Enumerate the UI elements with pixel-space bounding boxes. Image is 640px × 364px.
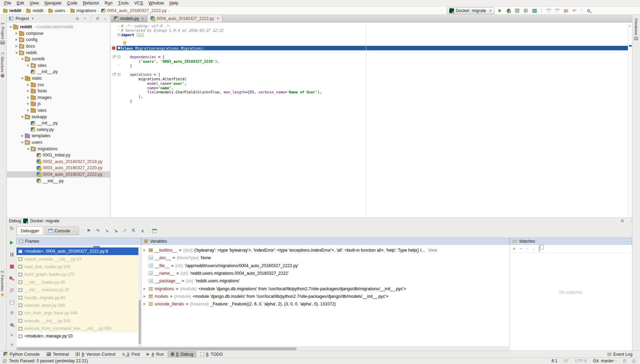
variable-row[interactable]: __builtins__ = {dict}{'bytearray': <type… <box>141 246 510 254</box>
breakpoint-icon[interactable] <box>112 46 116 50</box>
tree-item-users[interactable]: users <box>7 139 110 146</box>
view-link[interactable]: View <box>428 248 437 253</box>
debug-horizontal-scrollbar[interactable] <box>17 346 510 351</box>
breadcrumb-item[interactable]: reddit <box>26 8 43 13</box>
tree-item-reddit[interactable]: reddit~/cookiecutter/reddit <box>7 24 110 30</box>
expand-arrow-icon[interactable] <box>144 302 147 306</box>
step-out-icon[interactable]: ↗ <box>121 228 128 234</box>
variable-row[interactable]: 18__name__ = {str}'reddit.users.migratio… <box>141 270 510 277</box>
move-up-icon[interactable]: ↑ <box>526 246 529 251</box>
frame-row[interactable]: execute_from_command_line, __init__.py:3… <box>17 325 138 332</box>
tool-stripe-favorites[interactable]: 2: Favorites <box>0 271 4 297</box>
expand-arrow-icon[interactable] <box>26 63 31 68</box>
variable-row[interactable]: models = {module}<module 'django.db.mode… <box>141 293 510 300</box>
tree-item-taskapp[interactable]: taskapp <box>7 113 110 120</box>
git-branch[interactable]: Git: master <box>593 358 614 363</box>
show-execution-point-icon[interactable]: ⚑ <box>85 228 92 234</box>
expand-arrow-icon[interactable] <box>26 95 31 100</box>
fold-marker[interactable]: + <box>117 33 121 36</box>
collapse-arrow-icon[interactable] <box>20 76 25 81</box>
expand-arrow-icon[interactable] <box>14 31 19 36</box>
frame-row[interactable]: execute, __init__.py:345 <box>17 317 138 325</box>
tree-item-docs[interactable]: docs <box>7 43 110 50</box>
vcs-changes-icon[interactable] <box>563 8 569 14</box>
editor-tab-0004_auto_20160327_2222.py[interactable]: 0004_auto_20160327_2222.py✕ <box>147 15 223 22</box>
tree-item-0001_initial.py[interactable]: 0001_initial.py <box>7 152 110 159</box>
fold-marker[interactable]: ⌃ <box>117 29 121 32</box>
menu-navigate[interactable]: Navigate <box>42 0 64 7</box>
stop-icon[interactable] <box>9 264 14 269</box>
project-panel-title[interactable]: Project <box>16 16 29 21</box>
variable-row[interactable]: unicode_literals = {instance}_Feature: _… <box>141 300 510 308</box>
collapse-arrow-icon[interactable] <box>8 24 13 29</box>
tool-stripe-structure[interactable]: 7: Structure <box>0 52 4 78</box>
mute-breakpoints-icon[interactable]: ∅ <box>9 287 14 293</box>
run-icon[interactable] <box>497 8 503 14</box>
menu-refactor[interactable]: Refactor <box>80 0 102 7</box>
manage-tasks-icon[interactable] <box>531 8 538 14</box>
gear-icon[interactable]: ⚙ <box>95 16 100 21</box>
menu-tools[interactable]: Tools <box>115 0 131 7</box>
toolwindow-button-eventlog[interactable]: Event Log <box>604 351 636 358</box>
toolwindow-button-6todo[interactable]: 6: TODO <box>197 351 226 358</box>
variable-row[interactable]: 18__package__ = {str}'reddit.users.migra… <box>141 277 510 285</box>
frame-row[interactable]: handle, migrate.py:89 <box>17 294 138 301</box>
settings-icon[interactable]: ⚙ <box>9 310 14 315</box>
chevron-down-icon[interactable]: ▼ <box>31 17 34 20</box>
breadcrumb-item[interactable]: migrations <box>70 8 97 13</box>
intention-bulb-icon[interactable] <box>123 41 126 44</box>
frame-row[interactable]: build_graph, loader.py:170 <box>17 271 138 278</box>
tree-item-0002_auto_20160327_2018.py[interactable]: 0002_auto_20160327_2018.py <box>7 158 110 165</box>
status-message[interactable]: Tests Passed: 0 passed (yesterday 22:21) <box>9 358 88 363</box>
tree-item-compose[interactable]: compose <box>7 30 110 37</box>
pause-icon[interactable] <box>9 252 14 257</box>
menu-vcs[interactable]: VCS <box>131 0 146 7</box>
fold-marker[interactable]: ⌃ <box>117 64 121 67</box>
toolwindow-button-9versioncontrol[interactable]: 9: Version Control <box>72 351 119 358</box>
gutter[interactable] <box>111 46 117 50</box>
tree-item-0004_auto_20160327_2222.py[interactable]: 0004_auto_20160327_2222.py <box>7 171 110 178</box>
toolwindow-button-5debug[interactable]: 5: Debug <box>167 351 197 358</box>
editor-tab-models.py[interactable]: models.py✕ <box>111 15 147 22</box>
expand-arrow-icon[interactable] <box>14 37 19 42</box>
tree-item-css[interactable]: css <box>7 81 110 88</box>
tool-stripe-project[interactable]: 1: Project <box>0 22 5 44</box>
step-into-icon[interactable]: ↘ <box>103 228 110 234</box>
variable-row[interactable]: migrations = {module}<module 'django.db.… <box>141 285 510 292</box>
expand-arrow-icon[interactable] <box>144 294 147 299</box>
error-stripe[interactable]: ✓ <box>628 22 632 218</box>
remove-watch-icon[interactable]: − <box>520 246 522 251</box>
line-ending[interactable]: LF <box>564 358 569 363</box>
pin-icon[interactable]: → <box>626 239 630 243</box>
variable-row[interactable]: 18__doc__ = {NoneType}None <box>141 254 510 262</box>
frame-row[interactable]: import_module, __init__.py:37 <box>17 255 138 263</box>
tree-item-sites[interactable]: sites <box>7 62 110 69</box>
toolwindow-button-terminal[interactable]: Terminal <box>43 351 72 358</box>
expand-arrow-icon[interactable] <box>26 108 31 113</box>
tree-item-reddit[interactable]: reddit <box>7 49 110 56</box>
fold-marker[interactable]: − <box>117 55 121 58</box>
tree-item-0003_auto_20160327_2220.py[interactable]: 0003_auto_20160327_2220.py <box>7 165 110 171</box>
fold-marker[interactable]: − <box>117 47 121 49</box>
expand-arrow-icon[interactable] <box>26 101 31 106</box>
revert-icon[interactable]: ↶ <box>571 8 578 14</box>
gutter[interactable] <box>111 73 117 76</box>
frame-row[interactable]: execute, base.py:399 <box>17 302 138 309</box>
help-icon[interactable]: ? <box>9 343 14 348</box>
tree-item-sass[interactable]: sass <box>7 107 110 114</box>
tree-item-js[interactable]: js <box>7 101 110 107</box>
menu-code[interactable]: Code <box>64 0 80 7</box>
collapse-arrow-icon[interactable] <box>26 146 31 151</box>
collapse-arrow-icon[interactable] <box>20 114 25 119</box>
locate-icon[interactable]: ⊕ <box>75 16 80 21</box>
toolwindow-button-3find[interactable]: 3: Find <box>119 351 143 358</box>
duplicate-watch-icon[interactable] <box>539 246 540 251</box>
debug-tab-console[interactable]: Console→ <box>45 226 79 235</box>
close-icon[interactable]: ✕ <box>141 17 144 20</box>
pin-icon[interactable]: → <box>135 239 139 243</box>
breadcrumb-item[interactable]: reddit <box>3 8 21 13</box>
tree-item-celery.py[interactable]: celery.py <box>7 127 110 133</box>
tree-item-images[interactable]: images <box>7 94 110 101</box>
menu-help[interactable]: Help <box>167 0 181 7</box>
toolwindow-button-4run[interactable]: 4: Run <box>143 351 167 358</box>
